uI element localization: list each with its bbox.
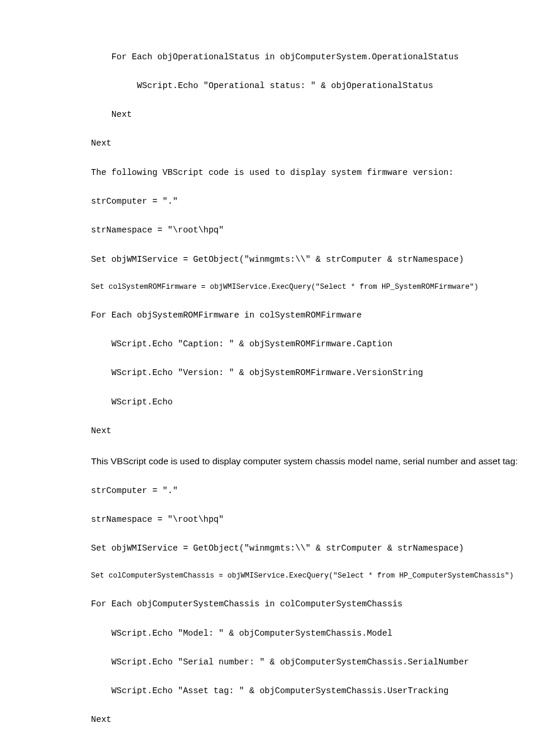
code-line: WScript.Echo "Version: " & objSystemROMF… — [91, 366, 525, 380]
paragraph-memory: This VBScript code is used to list syste… — [91, 744, 525, 746]
code-line: WScript.Echo "Operational status: " & ob… — [91, 79, 525, 93]
code-line: Next — [91, 713, 525, 727]
code-line: strComputer = "." — [91, 194, 525, 209]
code-line: WScript.Echo "Serial number: " & objComp… — [91, 655, 525, 670]
code-line: Set colSystemROMFirmware = objWMIService… — [91, 281, 525, 293]
code-line: WScript.Echo "Caption: " & objSystemROMF… — [91, 337, 525, 352]
code-block-1: For Each objOperationalStatus in objComp… — [91, 35, 525, 453]
code-line: Set objWMIService = GetObject("winmgmts:… — [91, 252, 525, 267]
code-line: WScript.Echo — [91, 395, 525, 410]
code-block-2: strComputer = "." strNamespace = "\root\… — [91, 469, 525, 742]
code-line: strNamespace = "\root\hpq" — [91, 512, 525, 527]
code-line: The following VBScript code is used to d… — [91, 166, 525, 180]
code-line: strNamespace = "\root\hpq" — [91, 223, 525, 238]
code-line: WScript.Echo "Model: " & objComputerSyst… — [91, 626, 525, 641]
code-line: For Each objOperationalStatus in objComp… — [91, 50, 525, 65]
code-line: For Each objSystemROMFirmware in colSyst… — [91, 308, 525, 323]
code-line: Next — [91, 107, 525, 122]
code-line: Next — [91, 424, 525, 438]
code-line: Next — [91, 136, 525, 151]
code-line: For Each objComputerSystemChassis in col… — [91, 597, 525, 612]
code-line: WScript.Echo "Asset tag: " & objComputer… — [91, 684, 525, 698]
code-line: Set colComputerSystemChassis = objWMISer… — [91, 570, 525, 582]
code-line: Set objWMIService = GetObject("winmgmts:… — [91, 541, 525, 556]
code-line: strComputer = "." — [91, 484, 525, 498]
paragraph-chassis: This VBScript code is used to display co… — [91, 455, 525, 468]
